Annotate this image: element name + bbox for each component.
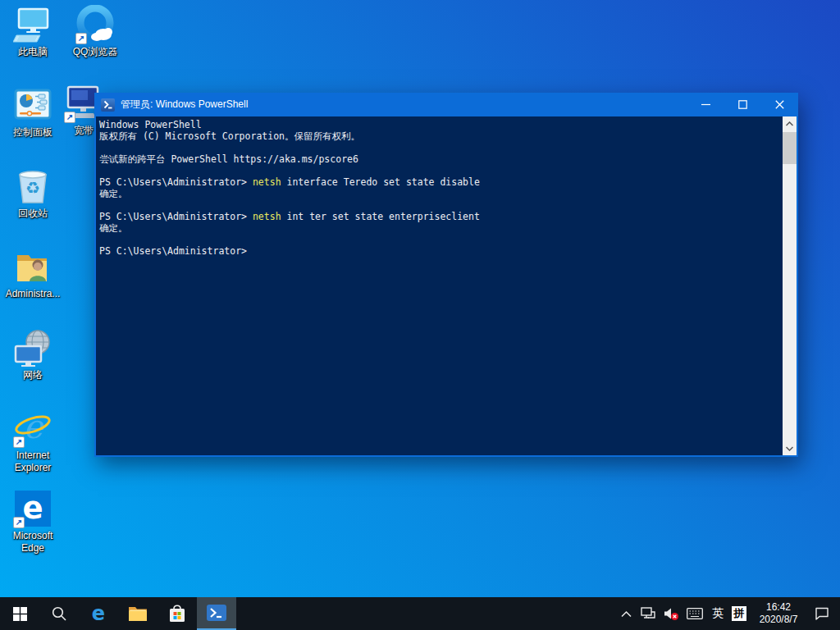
taskbar: e bbox=[0, 597, 840, 630]
desktop-icon-control-panel[interactable]: 控制面板 bbox=[2, 85, 64, 139]
shortcut-arrow-icon: ↗ bbox=[13, 517, 25, 528]
start-button[interactable] bbox=[0, 597, 39, 630]
icon-label: 控制面板 bbox=[13, 126, 52, 139]
window-title: 管理员: Windows PowerShell bbox=[121, 98, 248, 112]
desktop-icon-admin-folder[interactable]: Administra... bbox=[2, 247, 64, 300]
console-scrollbar[interactable] bbox=[783, 116, 797, 455]
console-line: Windows PowerShell bbox=[99, 119, 779, 130]
svg-text:e: e bbox=[92, 603, 105, 624]
console-line bbox=[99, 142, 779, 153]
console-area[interactable]: Windows PowerShell版权所有 (C) Microsoft Cor… bbox=[94, 116, 798, 457]
maximize-button[interactable] bbox=[724, 93, 761, 116]
internet-explorer-icon: e ↗ bbox=[13, 409, 52, 448]
svg-text:e: e bbox=[23, 409, 44, 445]
console-line: 确定。 bbox=[99, 188, 779, 199]
icon-label: QQ浏览器 bbox=[73, 46, 118, 58]
control-panel-icon bbox=[13, 85, 52, 125]
icon-label: 网络 bbox=[23, 369, 43, 381]
ime-mode-box: 拼 bbox=[732, 606, 746, 621]
this-pc-icon bbox=[13, 5, 52, 44]
shortcut-arrow-icon: ↗ bbox=[75, 33, 87, 44]
desktop-icon-microsoft-edge[interactable]: e ↗ Microsoft Edge bbox=[2, 489, 64, 555]
console-line bbox=[99, 234, 779, 245]
desktop-icon-this-pc[interactable]: 此电脑 bbox=[2, 5, 64, 58]
console-line bbox=[99, 165, 779, 176]
tray-ime-mode[interactable]: 拼 bbox=[728, 597, 750, 630]
taskbar-file-explorer-button[interactable] bbox=[118, 597, 158, 630]
taskbar-powershell-button[interactable] bbox=[197, 597, 236, 630]
tray-clock[interactable]: 16:42 2020/8/7 bbox=[750, 597, 807, 630]
shortcut-arrow-icon: ↗ bbox=[64, 112, 75, 123]
icon-label: Administra... bbox=[6, 288, 61, 300]
icon-label: Microsoft Edge bbox=[2, 530, 64, 555]
window-titlebar[interactable]: 管理员: Windows PowerShell bbox=[94, 93, 798, 116]
user-folder-icon bbox=[13, 247, 52, 286]
network-icon bbox=[13, 328, 52, 368]
clock-time: 16:42 bbox=[766, 601, 791, 614]
shortcut-arrow-icon: ↗ bbox=[13, 436, 25, 448]
console-line: PS C:\Users\Administrator> bbox=[99, 245, 779, 257]
tray-show-hidden-icons[interactable] bbox=[615, 597, 637, 630]
close-button[interactable] bbox=[761, 93, 798, 116]
icon-label: 回收站 bbox=[18, 208, 48, 220]
tray-ime-language[interactable]: 英 bbox=[707, 597, 728, 630]
desktop-icon-qq-browser[interactable]: ↗ QQ浏览器 bbox=[64, 5, 126, 58]
icon-label: Internet Explorer bbox=[2, 450, 64, 474]
desktop-icon-internet-explorer[interactable]: e ↗ Internet Explorer bbox=[2, 409, 64, 474]
console-line: 确定。 bbox=[99, 222, 779, 234]
tray-touch-keyboard-icon[interactable] bbox=[682, 597, 707, 630]
qq-browser-icon: ↗ bbox=[75, 5, 115, 44]
tray-network-icon[interactable] bbox=[637, 597, 660, 630]
taskbar-store-button[interactable] bbox=[158, 597, 197, 630]
recycle-bin-icon: ♻ bbox=[13, 167, 52, 206]
icon-label: 宽带 bbox=[74, 125, 94, 137]
minimize-button[interactable] bbox=[687, 93, 724, 116]
system-tray: 英 拼 16:42 2020/8/7 bbox=[615, 597, 840, 630]
icon-label: 此电脑 bbox=[18, 46, 48, 58]
svg-text:e: e bbox=[22, 491, 43, 526]
search-button[interactable] bbox=[39, 597, 79, 630]
desktop-icon-network[interactable]: 网络 bbox=[2, 328, 64, 381]
desktop-icon-recycle-bin[interactable]: ♻ 回收站 bbox=[2, 167, 64, 220]
powershell-window: 管理员: Windows PowerShell Windows PowerShe… bbox=[94, 93, 798, 457]
tray-volume-muted-icon[interactable] bbox=[660, 597, 682, 630]
clock-date: 2020/8/7 bbox=[760, 614, 798, 626]
scroll-up-button[interactable] bbox=[783, 116, 797, 130]
console-output[interactable]: Windows PowerShell版权所有 (C) Microsoft Cor… bbox=[96, 116, 781, 455]
taskbar-edge-button[interactable]: e bbox=[79, 597, 118, 630]
powershell-icon bbox=[101, 98, 115, 112]
action-center-button[interactable] bbox=[807, 597, 837, 630]
scroll-down-button[interactable] bbox=[783, 441, 797, 455]
scrollbar-track[interactable] bbox=[783, 130, 797, 441]
console-line: PS C:\Users\Administrator> netsh interfa… bbox=[99, 176, 779, 188]
console-line: 版权所有 (C) Microsoft Corporation。保留所有权利。 bbox=[99, 130, 779, 142]
scrollbar-thumb[interactable] bbox=[783, 132, 797, 164]
svg-text:♻: ♻ bbox=[25, 178, 40, 198]
console-line bbox=[99, 199, 779, 211]
microsoft-edge-icon: e ↗ bbox=[13, 489, 52, 528]
console-line: 尝试新的跨平台 PowerShell https://aka.ms/pscore… bbox=[99, 153, 779, 165]
console-line: PS C:\Users\Administrator> netsh int ter… bbox=[99, 211, 779, 222]
